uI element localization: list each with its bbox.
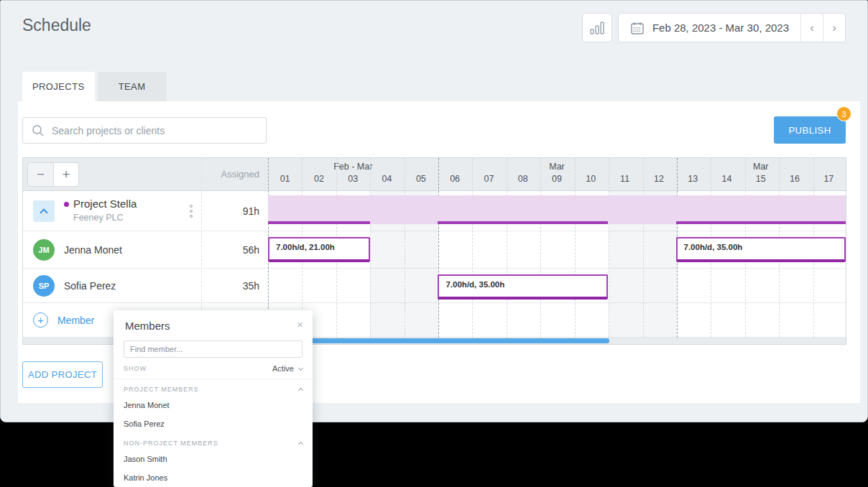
member-section-header[interactable]: NON-PROJECT MEMBERS <box>114 433 313 450</box>
show-filter-label: SHOW <box>124 365 147 372</box>
publish-badge: 3 <box>836 106 851 121</box>
timeline-weeks: Feb - Mar0102030405Mar06070809101112Mar1… <box>268 158 846 190</box>
schedule-row: JMJenna Monet56h7.00h/d, 21.00h7.00h/d, … <box>23 231 846 269</box>
day-header: 12 <box>642 172 675 190</box>
chevron-down-icon <box>298 365 303 370</box>
assigned-column-header: Assigned <box>201 158 268 190</box>
tab-projects[interactable]: PROJECTS <box>22 72 95 101</box>
allocation-box[interactable]: 7.00h/d, 35.00h <box>438 274 607 300</box>
search-input[interactable] <box>52 125 257 136</box>
day-header: 01 <box>268 172 302 190</box>
members-popup-title: Members <box>125 320 170 332</box>
member-list-item[interactable]: Sofia Perez <box>114 414 313 433</box>
day-header: 05 <box>404 172 438 190</box>
zoom-out-button[interactable]: − <box>27 162 53 187</box>
chevron-left-icon: ‹ <box>810 21 814 35</box>
day-header: 16 <box>777 172 811 190</box>
client-name: Feeney PLC <box>73 213 137 224</box>
page-title: Schedule <box>22 16 91 35</box>
row-name-cell[interactable]: JMJenna Monet <box>23 231 201 268</box>
add-project-button[interactable]: ADD PROJECT <box>22 361 103 388</box>
day-header: 15 <box>744 172 777 190</box>
member-section-label: PROJECT MEMBERS <box>124 386 199 393</box>
row-menu-button[interactable] <box>190 205 193 218</box>
chevron-up-icon <box>298 441 303 446</box>
date-range-control: Feb 28, 2023 - Mar 30, 2023 ‹ › <box>618 13 846 42</box>
grid-header: − + Assigned Feb - Mar0102030405Mar06070… <box>23 158 846 191</box>
zoom-in-button[interactable]: + <box>53 162 79 187</box>
chevron-up-icon <box>298 387 303 392</box>
member-section-label: NON-PROJECT MEMBERS <box>124 440 218 447</box>
horizontal-scrollbar-thumb[interactable] <box>268 338 609 343</box>
add-member-label: Member <box>57 315 94 326</box>
prev-period-button[interactable]: ‹ <box>800 14 823 42</box>
plus-circle-icon: + <box>33 312 48 328</box>
popup-sections: PROJECT MEMBERSJenna MonetSofia PerezNON… <box>114 379 313 487</box>
row-timeline: 7.00h/d, 21.00h7.00h/d, 35.00h <box>268 231 846 268</box>
member-name: Jenna Monet <box>64 244 122 256</box>
project-name: Project Stella <box>73 198 137 211</box>
project-allocation-segment <box>676 221 846 224</box>
close-icon[interactable]: × <box>297 318 303 330</box>
date-range-label: Feb 28, 2023 - Mar 30, 2023 <box>652 22 789 34</box>
grid-rows: Project StellaFeeney PLC91hJMJenna Monet… <box>23 191 846 303</box>
next-period-button[interactable]: › <box>823 14 845 42</box>
tab-team[interactable]: TEAM <box>98 72 167 101</box>
assigned-hours: 91h <box>201 191 268 231</box>
member-list-item[interactable]: Katrin Jones <box>114 468 313 487</box>
day-header: 10 <box>574 172 608 190</box>
grid-header-name-column: − + <box>23 158 201 190</box>
row-timeline <box>268 191 846 231</box>
chevron-up-icon <box>40 208 47 216</box>
calendar-icon <box>630 21 645 35</box>
header-controls: Feb 28, 2023 - Mar 30, 2023 ‹ › <box>582 13 846 42</box>
week-group: Mar06070809101112 <box>438 158 675 190</box>
search-box <box>22 117 267 144</box>
member-list-item[interactable]: Jason Smith <box>114 450 313 468</box>
project-bar[interactable] <box>268 195 846 224</box>
day-header: 04 <box>370 172 404 190</box>
project-allocation-segment <box>438 221 607 224</box>
week-group: Mar1314151617 <box>676 158 846 190</box>
day-header: 06 <box>438 172 471 190</box>
day-header: 14 <box>710 172 744 190</box>
member-list-item[interactable]: Jenna Monet <box>114 396 313 414</box>
schedule-row: SPSofia Perez35h7.00h/d, 35.00h <box>23 269 846 303</box>
chevron-right-icon: › <box>832 21 836 35</box>
day-header: 13 <box>676 172 710 190</box>
allocation-box[interactable]: 7.00h/d, 35.00h <box>676 237 846 262</box>
show-filter-value: Active <box>272 364 294 373</box>
member-name: Sofia Perez <box>64 280 116 292</box>
publish-button[interactable]: PUBLISH <box>774 116 846 144</box>
row-name-cell[interactable]: Project StellaFeeney PLC <box>23 191 201 231</box>
assigned-hours: 35h <box>201 269 268 302</box>
day-header: 11 <box>608 172 642 190</box>
row-timeline: 7.00h/d, 35.00h <box>268 269 846 302</box>
day-header: 03 <box>336 172 370 190</box>
availability-chart-button[interactable] <box>582 13 612 42</box>
member-section-header[interactable]: PROJECT MEMBERS <box>114 379 313 396</box>
day-header: 09 <box>540 172 573 190</box>
allocation-box[interactable]: 7.00h/d, 21.00h <box>268 237 370 262</box>
avatar: JM <box>33 239 55 261</box>
members-popup-header: Members × <box>114 310 313 340</box>
week-label: Mar <box>676 158 846 172</box>
collapse-row-button[interactable] <box>33 200 55 222</box>
find-member-input[interactable] <box>124 340 303 358</box>
schedule-row: Project StellaFeeney PLC91h <box>23 191 846 231</box>
tab-bar: PROJECTSTEAM <box>22 72 167 101</box>
search-icon <box>32 124 45 137</box>
show-filter[interactable]: SHOW Active <box>114 358 313 379</box>
project-color-dot <box>64 202 69 207</box>
day-header: 17 <box>812 172 846 190</box>
day-header: 02 <box>302 172 336 190</box>
row-name-cell[interactable]: SPSofia Perez <box>23 269 201 302</box>
day-header: 08 <box>506 172 540 190</box>
project-allocation-segment <box>268 221 370 224</box>
day-header: 07 <box>472 172 506 190</box>
avatar: SP <box>33 275 55 297</box>
date-range-picker[interactable]: Feb 28, 2023 - Mar 30, 2023 <box>619 14 800 42</box>
assigned-hours: 56h <box>201 231 268 268</box>
bar-chart-icon <box>589 20 605 36</box>
week-group: Feb - Mar0102030405 <box>268 158 438 190</box>
